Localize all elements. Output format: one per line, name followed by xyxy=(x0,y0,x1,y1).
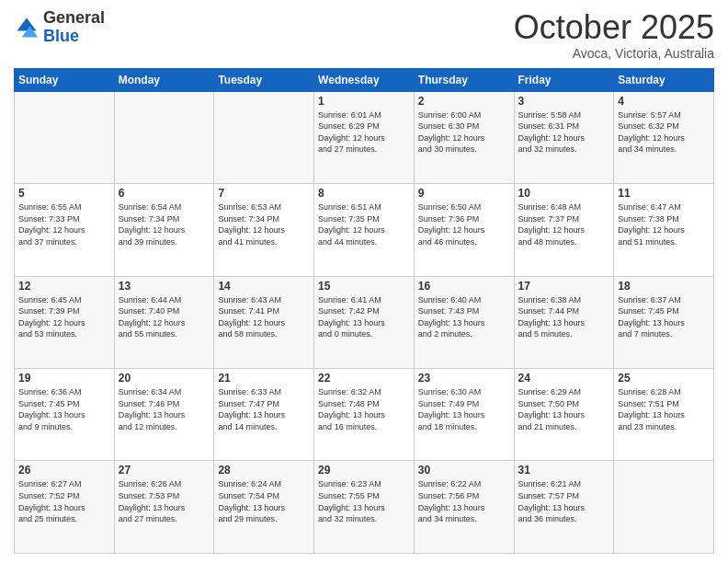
day-number: 2 xyxy=(418,95,510,108)
calendar-cell: 6Sunrise: 6:54 AM Sunset: 7:34 PM Daylig… xyxy=(114,184,214,276)
day-info: Sunrise: 6:37 AM Sunset: 7:45 PM Dayligh… xyxy=(618,294,710,340)
calendar-cell: 31Sunrise: 6:21 AM Sunset: 7:57 PM Dayli… xyxy=(514,461,614,554)
day-info: Sunrise: 6:01 AM Sunset: 6:29 PM Dayligh… xyxy=(318,109,410,155)
day-number: 19 xyxy=(18,372,110,385)
page: General Blue October 2025 Avoca, Victori… xyxy=(0,0,728,563)
calendar-cell: 5Sunrise: 6:55 AM Sunset: 7:33 PM Daylig… xyxy=(15,184,115,276)
calendar-week-3: 12Sunrise: 6:45 AM Sunset: 7:39 PM Dayli… xyxy=(15,276,714,368)
calendar-week-1: 1Sunrise: 6:01 AM Sunset: 6:29 PM Daylig… xyxy=(15,91,714,183)
calendar-cell xyxy=(114,91,214,183)
day-info: Sunrise: 6:26 AM Sunset: 7:53 PM Dayligh… xyxy=(119,478,210,524)
calendar-cell: 15Sunrise: 6:41 AM Sunset: 7:42 PM Dayli… xyxy=(314,276,415,368)
logo-blue-text: Blue xyxy=(43,28,105,46)
calendar-cell: 30Sunrise: 6:22 AM Sunset: 7:56 PM Dayli… xyxy=(414,461,514,554)
calendar-cell: 24Sunrise: 6:29 AM Sunset: 7:50 PM Dayli… xyxy=(514,369,614,461)
day-info: Sunrise: 6:23 AM Sunset: 7:55 PM Dayligh… xyxy=(318,478,410,524)
calendar-cell: 25Sunrise: 6:28 AM Sunset: 7:51 PM Dayli… xyxy=(614,369,714,461)
day-number: 3 xyxy=(518,95,610,108)
day-number: 13 xyxy=(119,280,210,293)
day-info: Sunrise: 6:51 AM Sunset: 7:35 PM Dayligh… xyxy=(318,201,410,247)
day-number: 25 xyxy=(618,372,710,385)
svg-marker-0 xyxy=(17,17,37,30)
day-info: Sunrise: 6:34 AM Sunset: 7:46 PM Dayligh… xyxy=(119,386,210,432)
day-info: Sunrise: 6:41 AM Sunset: 7:42 PM Dayligh… xyxy=(318,294,410,340)
month-title: October 2025 xyxy=(514,9,714,46)
day-info: Sunrise: 6:53 AM Sunset: 7:34 PM Dayligh… xyxy=(218,201,310,247)
calendar-cell: 29Sunrise: 6:23 AM Sunset: 7:55 PM Dayli… xyxy=(314,461,415,554)
calendar-cell: 20Sunrise: 6:34 AM Sunset: 7:46 PM Dayli… xyxy=(114,369,214,461)
calendar-header-monday: Monday xyxy=(114,68,214,91)
calendar-week-2: 5Sunrise: 6:55 AM Sunset: 7:33 PM Daylig… xyxy=(15,184,714,276)
calendar-header-tuesday: Tuesday xyxy=(214,68,314,91)
day-number: 8 xyxy=(318,187,410,200)
calendar-cell: 10Sunrise: 6:48 AM Sunset: 7:37 PM Dayli… xyxy=(514,184,614,276)
day-number: 20 xyxy=(119,372,210,385)
calendar-cell: 26Sunrise: 6:27 AM Sunset: 7:52 PM Dayli… xyxy=(15,461,115,554)
day-info: Sunrise: 6:28 AM Sunset: 7:51 PM Dayligh… xyxy=(618,386,710,432)
calendar-cell: 27Sunrise: 6:26 AM Sunset: 7:53 PM Dayli… xyxy=(114,461,214,554)
day-number: 5 xyxy=(18,187,110,200)
calendar-cell: 23Sunrise: 6:30 AM Sunset: 7:49 PM Dayli… xyxy=(414,369,514,461)
day-info: Sunrise: 6:21 AM Sunset: 7:57 PM Dayligh… xyxy=(518,478,610,524)
calendar-cell: 19Sunrise: 6:36 AM Sunset: 7:45 PM Dayli… xyxy=(15,369,115,461)
logo-general-text: General xyxy=(43,9,105,28)
header: General Blue October 2025 Avoca, Victori… xyxy=(14,9,714,61)
day-number: 26 xyxy=(18,464,110,477)
day-info: Sunrise: 6:50 AM Sunset: 7:36 PM Dayligh… xyxy=(418,201,510,247)
day-number: 14 xyxy=(218,280,310,293)
calendar-cell: 11Sunrise: 6:47 AM Sunset: 7:38 PM Dayli… xyxy=(614,184,714,276)
calendar-cell: 9Sunrise: 6:50 AM Sunset: 7:36 PM Daylig… xyxy=(414,184,514,276)
calendar-cell xyxy=(614,461,714,554)
day-number: 27 xyxy=(119,464,210,477)
logo-icon xyxy=(14,15,40,40)
day-info: Sunrise: 6:38 AM Sunset: 7:44 PM Dayligh… xyxy=(518,294,610,340)
calendar-cell: 18Sunrise: 6:37 AM Sunset: 7:45 PM Dayli… xyxy=(614,276,714,368)
calendar-header-sunday: Sunday xyxy=(15,68,115,91)
calendar-cell: 28Sunrise: 6:24 AM Sunset: 7:54 PM Dayli… xyxy=(214,461,314,554)
day-number: 31 xyxy=(518,464,610,477)
day-info: Sunrise: 6:22 AM Sunset: 7:56 PM Dayligh… xyxy=(418,478,510,524)
day-number: 30 xyxy=(418,464,510,477)
day-number: 18 xyxy=(618,280,710,293)
calendar-header-saturday: Saturday xyxy=(614,68,714,91)
calendar-cell: 13Sunrise: 6:44 AM Sunset: 7:40 PM Dayli… xyxy=(114,276,214,368)
calendar-cell: 3Sunrise: 5:58 AM Sunset: 6:31 PM Daylig… xyxy=(514,91,614,183)
day-number: 23 xyxy=(418,372,510,385)
day-number: 7 xyxy=(218,187,310,200)
day-number: 24 xyxy=(518,372,610,385)
day-info: Sunrise: 5:58 AM Sunset: 6:31 PM Dayligh… xyxy=(518,109,610,155)
calendar-cell: 22Sunrise: 6:32 AM Sunset: 7:48 PM Dayli… xyxy=(314,369,415,461)
day-info: Sunrise: 6:33 AM Sunset: 7:47 PM Dayligh… xyxy=(218,386,310,432)
day-number: 16 xyxy=(418,280,510,293)
calendar-cell: 7Sunrise: 6:53 AM Sunset: 7:34 PM Daylig… xyxy=(214,184,314,276)
calendar-cell: 16Sunrise: 6:40 AM Sunset: 7:43 PM Dayli… xyxy=(414,276,514,368)
calendar-cell xyxy=(214,91,314,183)
day-number: 15 xyxy=(318,280,410,293)
day-info: Sunrise: 6:54 AM Sunset: 7:34 PM Dayligh… xyxy=(119,201,210,247)
day-number: 10 xyxy=(518,187,610,200)
calendar-cell: 14Sunrise: 6:43 AM Sunset: 7:41 PM Dayli… xyxy=(214,276,314,368)
day-info: Sunrise: 6:27 AM Sunset: 7:52 PM Dayligh… xyxy=(18,478,110,524)
day-info: Sunrise: 6:29 AM Sunset: 7:50 PM Dayligh… xyxy=(518,386,610,432)
day-info: Sunrise: 6:48 AM Sunset: 7:37 PM Dayligh… xyxy=(518,201,610,247)
calendar-cell: 1Sunrise: 6:01 AM Sunset: 6:29 PM Daylig… xyxy=(314,91,415,183)
day-info: Sunrise: 5:57 AM Sunset: 6:32 PM Dayligh… xyxy=(618,109,710,155)
day-info: Sunrise: 6:00 AM Sunset: 6:30 PM Dayligh… xyxy=(418,109,510,155)
day-info: Sunrise: 6:47 AM Sunset: 7:38 PM Dayligh… xyxy=(618,201,710,247)
day-number: 21 xyxy=(218,372,310,385)
calendar-header-row: SundayMondayTuesdayWednesdayThursdayFrid… xyxy=(15,68,714,91)
calendar-table: SundayMondayTuesdayWednesdayThursdayFrid… xyxy=(14,68,714,554)
calendar-header-thursday: Thursday xyxy=(414,68,514,91)
calendar-cell: 8Sunrise: 6:51 AM Sunset: 7:35 PM Daylig… xyxy=(314,184,415,276)
day-info: Sunrise: 6:24 AM Sunset: 7:54 PM Dayligh… xyxy=(218,478,310,524)
title-block: October 2025 Avoca, Victoria, Australia xyxy=(514,9,714,61)
day-info: Sunrise: 6:32 AM Sunset: 7:48 PM Dayligh… xyxy=(318,386,410,432)
day-number: 28 xyxy=(218,464,310,477)
day-info: Sunrise: 6:40 AM Sunset: 7:43 PM Dayligh… xyxy=(418,294,510,340)
day-number: 9 xyxy=(418,187,510,200)
calendar-cell: 17Sunrise: 6:38 AM Sunset: 7:44 PM Dayli… xyxy=(514,276,614,368)
day-number: 1 xyxy=(318,95,410,108)
calendar-cell: 21Sunrise: 6:33 AM Sunset: 7:47 PM Dayli… xyxy=(214,369,314,461)
day-info: Sunrise: 6:55 AM Sunset: 7:33 PM Dayligh… xyxy=(18,201,110,247)
calendar-week-4: 19Sunrise: 6:36 AM Sunset: 7:45 PM Dayli… xyxy=(15,369,714,461)
